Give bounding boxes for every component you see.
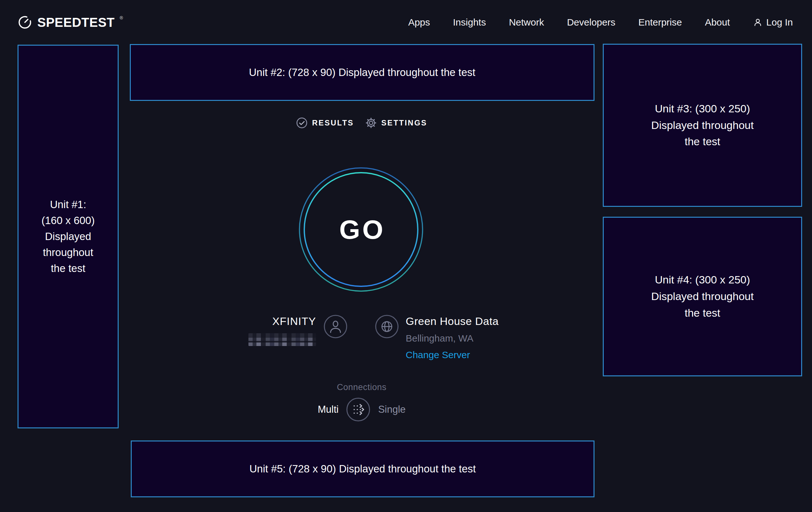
server-text-block: Green House Data Bellingham, WA Change S… <box>406 315 499 361</box>
connections-multi-option[interactable]: Multi <box>318 404 338 415</box>
trademark-symbol: ® <box>120 15 123 21</box>
results-settings-tabs: RESULTS <box>296 117 427 129</box>
ip-address-redacted <box>249 333 316 346</box>
change-server-link[interactable]: Change Server <box>406 349 499 361</box>
nav-item-enterprise[interactable]: Enterprise <box>638 17 682 28</box>
ad-unit-1-skyscraper[interactable]: Unit #1: (160 x 600) Displayed throughou… <box>18 45 119 428</box>
ad-unit-3-text: Unit #3: (300 x 250) Displayed throughou… <box>646 101 759 150</box>
nav-item-about[interactable]: About <box>705 17 730 28</box>
tab-results-label: RESULTS <box>312 118 354 127</box>
check-circle-icon <box>296 117 308 129</box>
speedtest-page: SPEEDTEST ® Apps Insights Network Develo… <box>0 0 812 512</box>
isp-text-block: XFINITY <box>249 315 316 346</box>
speedtest-logo[interactable]: SPEEDTEST ® <box>18 15 123 30</box>
tab-settings[interactable]: SETTINGS <box>366 117 427 129</box>
speedometer-icon <box>18 15 32 30</box>
nav-item-apps[interactable]: Apps <box>408 17 430 28</box>
ad-unit-5-leaderboard[interactable]: Unit #5: (728 x 90) Displayed throughout… <box>131 440 594 497</box>
go-button-label: GO <box>298 167 424 292</box>
top-nav-bar: SPEEDTEST ® Apps Insights Network Develo… <box>0 0 812 45</box>
ad-unit-5-text: Unit #5: (728 x 90) Displayed throughout… <box>250 461 476 477</box>
server-info-block: Green House Data Bellingham, WA Change S… <box>375 315 499 361</box>
connections-title: Connections <box>337 382 386 392</box>
ad-unit-4-rectangle[interactable]: Unit #4: (300 x 250) Displayed throughou… <box>603 217 802 376</box>
login-button[interactable]: Log In <box>753 17 793 28</box>
connections-single-option[interactable]: Single <box>378 404 406 415</box>
tab-settings-label: SETTINGS <box>381 118 427 127</box>
ad-unit-4-text: Unit #4: (300 x 250) Displayed throughou… <box>646 272 759 321</box>
connections-toggle: Multi Singl <box>318 397 406 422</box>
login-label: Log In <box>766 17 793 28</box>
gear-icon <box>366 117 377 129</box>
ad-unit-1-text: Unit #1: (160 x 600) Displayed throughou… <box>40 197 97 277</box>
tab-results[interactable]: RESULTS <box>296 117 354 129</box>
server-location: Bellingham, WA <box>406 332 499 344</box>
isp-name: XFINITY <box>249 315 316 327</box>
go-button[interactable]: GO <box>298 167 424 292</box>
nav-item-developers[interactable]: Developers <box>567 17 615 28</box>
ad-unit-2-leaderboard[interactable]: Unit #2: (728 x 90) Displayed throughout… <box>130 44 594 101</box>
logo-wordmark: SPEEDTEST <box>37 15 115 30</box>
isp-info-block: XFINITY <box>0 315 347 346</box>
server-name: Green House Data <box>406 315 499 327</box>
isp-avatar-icon[interactable] <box>324 315 347 346</box>
nav-item-insights[interactable]: Insights <box>453 17 486 28</box>
multi-connection-arrows-icon[interactable] <box>346 397 371 422</box>
ad-unit-3-rectangle[interactable]: Unit #3: (300 x 250) Displayed throughou… <box>603 44 802 207</box>
nav-item-network[interactable]: Network <box>509 17 544 28</box>
globe-icon[interactable] <box>375 315 399 361</box>
primary-nav: Apps Insights Network Developers Enterpr… <box>408 17 793 28</box>
ad-unit-2-text: Unit #2: (728 x 90) Displayed throughout… <box>249 64 475 80</box>
user-icon <box>753 18 762 27</box>
